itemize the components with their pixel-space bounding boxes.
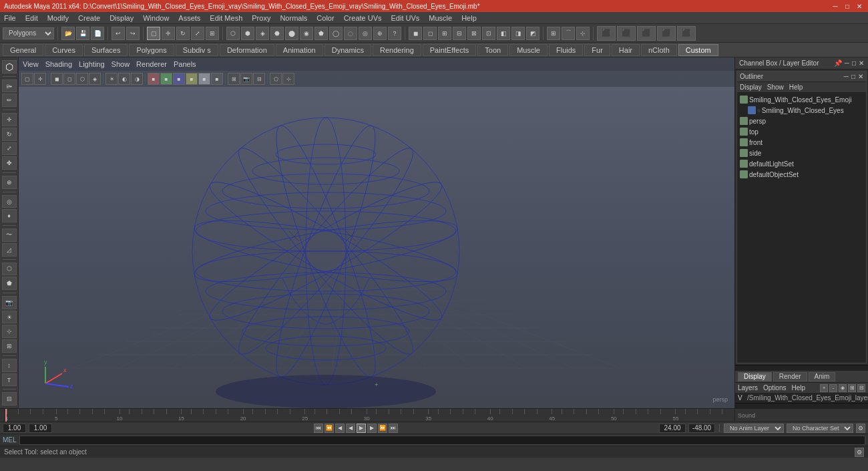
tool-btn3[interactable]: ◈ [256,27,269,40]
vp-menu-shading[interactable]: Shading [45,60,72,68]
undo-button[interactable]: ↩ [112,27,125,40]
tab-painteffects[interactable]: PaintEffects [423,44,477,56]
tool-btn6[interactable]: ◉ [300,27,313,40]
render-btn1[interactable]: ◼ [409,27,422,40]
vp-color4-btn[interactable]: ■ [186,73,198,85]
constraint-btn[interactable]: ⊞ [2,339,17,353]
save-button[interactable]: 💾 [76,27,89,40]
menu-item-create-uvs[interactable]: Create UVs [343,14,383,22]
tool-btn8[interactable]: ◯ [329,27,343,40]
tab-display[interactable]: Display [738,372,772,381]
options-menu[interactable]: Options [763,384,786,391]
menu-item-edit-mesh[interactable]: Edit Mesh [208,14,244,22]
vp-grid-btn[interactable]: ⊞ [228,73,240,85]
render-btn3[interactable]: ⊞ [438,27,451,40]
tool-btn5[interactable]: ⬤ [285,27,298,40]
render-btn8[interactable]: ◨ [511,27,525,40]
tab-animation[interactable]: Animation [276,44,323,56]
vp-shading-btn[interactable]: ◼ [51,73,63,85]
outline-item-0[interactable]: Smiling_With_Closed_Eyes_Emoji [737,94,866,105]
tool-btn12[interactable]: ? [388,27,401,40]
vp-wire-btn[interactable]: ◻ [63,73,75,85]
help-menu[interactable]: Help [791,384,805,391]
redo-button[interactable]: ↪ [126,27,140,40]
outliner-menu-show[interactable]: Show [767,84,784,91]
menu-item-edit-uvs[interactable]: Edit UVs [390,14,421,22]
tab-toon[interactable]: Toon [477,44,508,56]
tab-fluids[interactable]: Fluids [549,44,583,56]
select-tool[interactable]: ▢ [147,27,160,40]
select-tool-btn[interactable]: ⬡ [2,60,17,73]
vp-shade-btn[interactable]: ◈ [89,73,101,85]
subdiv-btn[interactable]: ⬟ [2,277,17,290]
curve-tool-btn[interactable]: 〜 [2,228,17,242]
tab-subdiv-s[interactable]: Subdiv s [176,44,218,56]
next-key-btn[interactable]: ⏩ [378,424,387,433]
current-frame-field[interactable] [3,424,26,433]
outliner-close[interactable]: ✕ [858,73,863,80]
layers-menu[interactable]: Layers [738,384,758,391]
status-options-btn[interactable]: ⚙ [855,448,864,457]
snap-curve[interactable]: ⌒ [562,27,575,40]
outliner-minimize[interactable]: ─ [844,73,849,80]
outline-item-3[interactable]: top [737,126,866,137]
maximize-button[interactable]: □ [843,3,852,10]
tab-surfaces[interactable]: Surfaces [84,44,128,56]
snap-grid[interactable]: ⊞ [547,27,560,40]
vp-shadow-btn[interactable]: ◑ [131,73,143,85]
text-btn[interactable]: T [2,373,17,387]
tool-btn10[interactable]: ◎ [359,27,372,40]
light-btn[interactable]: ☀ [2,311,17,324]
tool-btn11[interactable]: ⊕ [373,27,387,40]
vp-light2-btn[interactable]: ◐ [118,73,130,85]
vp-color3-btn[interactable]: ■ [173,73,185,85]
tool-btn1[interactable]: ⬡ [226,27,240,40]
vp-color6-btn[interactable]: ■ [211,73,223,85]
timeline-inner[interactable]: 151015202530354045505560 [5,409,734,422]
tab-polygons[interactable]: Polygons [129,44,174,56]
icon-large1[interactable]: ⬛ [597,26,616,41]
icon-large4[interactable]: ⬛ [657,26,676,41]
layer-item[interactable]: V /Smiling_With_Closed_Eyes_Emoji_layer [735,393,868,403]
vp-color1-btn[interactable]: ■ [148,73,160,85]
vp-hud-btn[interactable]: ⊟ [253,73,265,85]
channel-box-minimize[interactable]: ─ [845,59,849,67]
scale-tool[interactable]: ⤢ [191,27,204,40]
vp-menu-lighting[interactable]: Lighting [79,60,105,68]
layer-visible[interactable]: V [738,394,744,402]
vp-menu-view[interactable]: View [23,60,39,68]
vp-select-btn[interactable]: ▢ [21,73,33,85]
menu-item-display[interactable]: Display [108,14,135,22]
tab-render[interactable]: Render [773,372,807,381]
render-btn5[interactable]: ⊠ [467,27,481,40]
char-set-dropdown[interactable]: No Character Set [787,424,853,433]
mel-input[interactable] [19,436,865,445]
menu-item-normals[interactable]: Normals [278,14,308,22]
current-frame-field2[interactable] [29,424,52,433]
channel-box-maximize[interactable]: □ [852,59,856,67]
tab-fur[interactable]: Fur [584,44,610,56]
play-back-btn[interactable]: ◀ [346,424,355,433]
render-btn2[interactable]: ◻ [423,27,437,40]
render-btn7[interactable]: ◧ [497,27,510,40]
tab-rendering[interactable]: Rendering [373,44,421,56]
prev-key-btn[interactable]: ⏪ [324,424,334,433]
close-button[interactable]: ✕ [855,3,864,10]
tab-custom[interactable]: Custom [678,44,718,56]
icon-large5[interactable]: ⬛ [677,26,696,41]
open-button[interactable]: 📂 [61,27,75,40]
playback-options-btn[interactable]: ⚙ [856,424,865,433]
outliner-menu-display[interactable]: Display [740,84,762,91]
region-render-btn[interactable]: ⊟ [2,392,17,406]
goto-start-btn[interactable]: ⏮ [314,424,323,433]
play-fwd-btn[interactable]: ▶ [357,424,366,433]
layer-btn2[interactable]: - [829,384,837,392]
outline-item-7[interactable]: defaultObjectSet [737,169,866,180]
menu-item-assets[interactable]: Assets [177,14,202,22]
channel-box-close[interactable]: ✕ [859,59,864,67]
fps-field[interactable] [688,424,715,433]
prev-frame-btn[interactable]: ◀ [335,424,345,433]
tool-btn4[interactable]: ⬣ [270,27,284,40]
mode-dropdown[interactable]: Polygons Surfaces Dynamics Rendering Ani… [3,27,54,39]
tab-muscle[interactable]: Muscle [509,44,548,56]
